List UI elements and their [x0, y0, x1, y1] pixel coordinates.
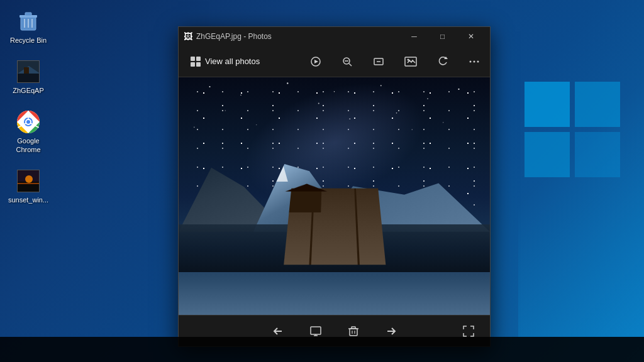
svg-point-14 — [26, 120, 30, 124]
svg-rect-22 — [191, 57, 195, 61]
win-squares — [525, 82, 625, 182]
photo-display — [179, 77, 490, 315]
svg-rect-24 — [191, 62, 195, 67]
svg-point-20 — [25, 175, 33, 183]
svg-rect-58 — [350, 329, 357, 336]
svg-point-38 — [477, 60, 479, 62]
rotate-icon[interactable] — [433, 52, 452, 71]
title-bar-controls: ─ □ ✕ — [400, 27, 485, 46]
pier-deck — [284, 189, 386, 265]
photos-window: 🖼 ZhGEqAP.jpg - Photos ─ □ ✕ View all ph… — [178, 26, 491, 347]
window-title: ZhGEqAP.jpg - Photos — [196, 32, 272, 41]
svg-rect-2 — [25, 13, 31, 16]
close-button[interactable]: ✕ — [457, 27, 485, 46]
win-sq-tl — [525, 82, 570, 127]
svg-rect-55 — [311, 327, 321, 334]
title-bar: 🖼 ZhGEqAP.jpg - Photos ─ □ ✕ — [179, 27, 490, 46]
taskbar — [0, 337, 644, 362]
svg-rect-25 — [196, 62, 201, 67]
recycle-bin-label: Recycle Bin — [10, 36, 47, 45]
image-area — [179, 77, 490, 315]
chrome-label: Google Chrome — [9, 137, 48, 153]
sunset-thumbnail — [17, 170, 40, 192]
sunset-image — [16, 168, 41, 194]
recycle-bin-icon[interactable]: Recycle Bin — [6, 6, 50, 47]
pier-hut — [289, 192, 321, 212]
zhgeqap-thumbnail — [17, 60, 40, 83]
more-icon[interactable] — [465, 52, 484, 71]
win-sq-br — [575, 132, 620, 177]
edit-icon[interactable] — [401, 52, 421, 71]
chrome-image — [16, 109, 41, 134]
svg-rect-23 — [196, 57, 201, 61]
minimize-button[interactable]: ─ — [400, 27, 428, 46]
svg-marker-27 — [314, 60, 318, 63]
slideshow-toolbar-icon[interactable] — [306, 52, 325, 71]
svg-point-37 — [474, 60, 475, 62]
view-all-label: View all photos — [205, 57, 260, 66]
sunset-label: sunset_win... — [8, 196, 48, 204]
photos-icon — [190, 56, 201, 67]
svg-line-29 — [349, 63, 352, 66]
desktop: Recycle Bin ZhGEqAP — [0, 0, 644, 362]
svg-rect-60 — [352, 327, 355, 329]
photos-app-icon: 🖼 — [184, 31, 192, 41]
photo-background — [179, 77, 490, 315]
zhgeqap-image — [16, 59, 41, 84]
view-all-button[interactable]: View all photos — [185, 53, 265, 70]
zhgeqap-label: ZhGEqAP — [13, 87, 44, 95]
win-sq-tr — [575, 82, 620, 127]
svg-point-36 — [470, 60, 472, 62]
svg-point-34 — [408, 58, 409, 60]
zoom-icon[interactable] — [338, 52, 357, 71]
win-sq-bl — [525, 132, 570, 177]
fit-screen-icon[interactable] — [369, 52, 388, 71]
sunset-icon[interactable]: sunset_win... — [6, 166, 50, 207]
toolbar: View all photos — [179, 46, 490, 77]
win-logo-accent — [506, 31, 644, 337]
maximize-button[interactable]: □ — [428, 27, 457, 46]
title-bar-left: 🖼 ZhGEqAP.jpg - Photos — [184, 31, 400, 41]
svg-rect-9 — [24, 67, 29, 74]
zhgeqap-icon[interactable]: ZhGEqAP — [6, 57, 50, 97]
svg-rect-21 — [18, 183, 40, 184]
snow-cap — [274, 160, 289, 182]
svg-rect-7 — [18, 74, 40, 83]
chrome-icon[interactable]: Google Chrome — [6, 107, 50, 156]
desktop-icons: Recycle Bin ZhGEqAP — [6, 6, 50, 207]
pier — [287, 184, 381, 315]
recycle-bin-image — [16, 9, 41, 34]
